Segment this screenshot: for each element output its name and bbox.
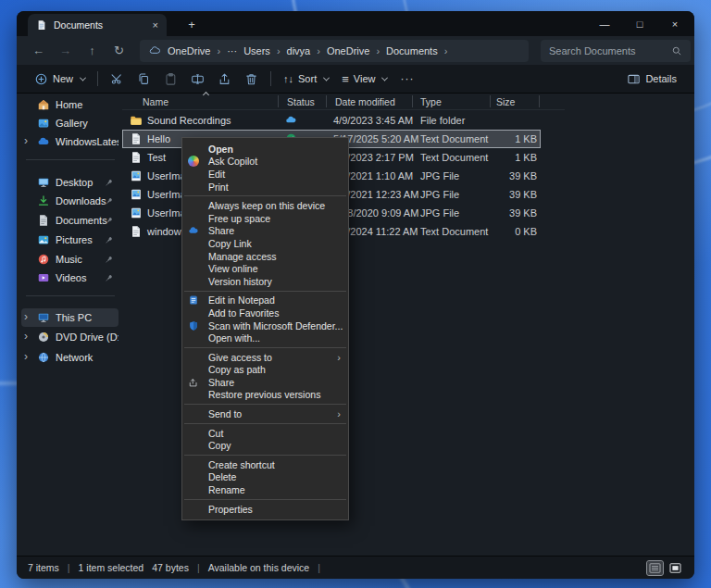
menu-item-print[interactable]: Print [182, 181, 348, 194]
menu-item-create-shortcut[interactable]: Create shortcut [182, 458, 348, 471]
menu-item-scan-with-defender[interactable]: Scan with Microsoft Defender... [182, 319, 348, 332]
menu-item-copy-link[interactable]: Copy Link [182, 237, 348, 250]
sidebar-item-dvd-drive[interactable]: › DVD Drive (D:) CCC [21, 328, 118, 346]
details-panel-icon [627, 72, 641, 86]
sidebar-item-documents[interactable]: Documents [21, 211, 118, 230]
sidebar-item-desktop[interactable]: Desktop [21, 173, 118, 192]
breadcrumb-item-onedrive[interactable]: OneDrive [168, 45, 210, 56]
pictures-icon [37, 233, 50, 246]
tab-documents[interactable]: Documents × [28, 14, 167, 36]
sort-button[interactable]: ↑↓ Sort [277, 68, 335, 90]
breadcrumb-item-users[interactable]: Users [243, 45, 270, 56]
breadcrumb-item-divya[interactable]: divya [287, 45, 311, 56]
share-button[interactable] [211, 68, 238, 90]
menu-item-add-to-favorites[interactable]: Add to Favorites [182, 307, 348, 319]
defender-shield-icon [188, 320, 199, 332]
table-row-sound-recordings[interactable]: Sound Recordings 4/9/2023 3:45 AM File f… [122, 111, 541, 130]
column-divider[interactable] [539, 95, 540, 107]
menu-item-share[interactable]: Share [182, 376, 348, 389]
sidebar-label: Desktop [56, 177, 93, 188]
column-header-size[interactable]: Size [496, 96, 515, 107]
onedrive-icon [37, 135, 50, 148]
column-divider[interactable] [490, 95, 491, 107]
sidebar-item-onedrive[interactable]: › WindowsLatest - Pe [21, 132, 118, 151]
menu-item-restore-previous-versions[interactable]: Restore previous versions [182, 389, 348, 402]
sidebar-item-music[interactable]: Music [21, 250, 118, 269]
delete-button[interactable] [238, 68, 265, 90]
sidebar-item-network[interactable]: › Network [21, 348, 118, 367]
sidebar-item-videos[interactable]: Videos [21, 269, 118, 287]
menu-item-open[interactable]: Open [182, 143, 348, 156]
back-button[interactable]: ← [26, 40, 51, 62]
more-options-button[interactable]: ··· [393, 68, 420, 90]
sidebar-item-this-pc[interactable]: › This PC [21, 308, 118, 327]
command-toolbar: New ↑↓ Sort ≡ View [17, 65, 694, 94]
maximize-button[interactable]: □ [622, 11, 657, 36]
up-button[interactable]: ↑ [80, 40, 105, 62]
forward-button[interactable]: → [53, 40, 78, 62]
copilot-icon [188, 156, 199, 167]
cut-button[interactable] [104, 68, 131, 90]
column-header-name[interactable]: Name [143, 96, 168, 107]
column-header-status[interactable]: Status [287, 96, 315, 107]
menu-item-delete[interactable]: Delete [182, 471, 348, 484]
search-input[interactable]: Search Documents [541, 40, 691, 62]
breadcrumb-overflow[interactable]: ··· [227, 45, 237, 56]
menu-item-cut[interactable]: Cut [182, 427, 348, 440]
copy-button[interactable] [131, 68, 157, 90]
menu-item-edit-in-notepad[interactable]: Edit in Notepad [182, 294, 348, 307]
menu-item-open-with[interactable]: Open with... [182, 332, 348, 344]
details-view-button[interactable] [647, 561, 663, 575]
menu-item-free-up-space[interactable]: Free up space [182, 212, 348, 225]
new-button[interactable]: New [28, 68, 92, 90]
view-button[interactable]: ≡ View [335, 68, 393, 90]
close-button[interactable]: × [657, 11, 692, 36]
column-divider[interactable] [412, 95, 413, 107]
menu-item-copy-as-path[interactable]: Copy as path [182, 364, 348, 377]
column-divider[interactable] [326, 95, 327, 107]
details-pane-button[interactable]: Details [620, 68, 683, 90]
search-icon [671, 45, 682, 56]
expander-icon[interactable]: › [24, 351, 28, 362]
new-tab-button[interactable]: + [181, 15, 202, 33]
menu-item-edit[interactable]: Edit [182, 168, 348, 181]
column-header-date[interactable]: Date modified [335, 96, 395, 107]
thumbnail-view-button[interactable] [667, 561, 683, 575]
videos-icon [37, 271, 50, 284]
downloads-icon [37, 194, 50, 207]
availability-status: Available on this device [208, 562, 310, 573]
items-count: 7 items [28, 562, 59, 573]
sidebar-item-home[interactable]: Home [21, 95, 118, 114]
expander-icon[interactable]: › [24, 331, 28, 342]
column-header-type[interactable]: Type [420, 96, 442, 107]
close-tab-icon[interactable]: × [153, 20, 158, 31]
sidebar-item-gallery[interactable]: Gallery [21, 114, 118, 132]
sidebar-label: DVD Drive (D:) CCC [56, 332, 118, 343]
refresh-button[interactable]: ↻ [106, 40, 131, 62]
menu-item-copy[interactable]: Copy [182, 439, 348, 452]
column-divider[interactable] [278, 95, 279, 107]
menu-item-view-online[interactable]: View online [182, 262, 348, 275]
gallery-icon [37, 117, 50, 130]
sidebar-item-downloads[interactable]: Downloads [21, 192, 118, 210]
menu-item-rename[interactable]: Rename [182, 483, 348, 496]
expander-icon[interactable]: › [24, 135, 28, 146]
menu-item-properties[interactable]: Properties [182, 503, 348, 516]
expander-icon[interactable]: › [24, 311, 28, 322]
breadcrumb[interactable]: OneDrive › ··· Users › divya › OneDrive … [140, 40, 529, 62]
menu-item-give-access-to[interactable]: Give access to› [182, 351, 348, 364]
breadcrumb-item-onedrive2[interactable]: OneDrive [327, 45, 369, 56]
menu-item-ask-copilot[interactable]: Ask Copilot [182, 156, 348, 169]
menu-item-manage-access[interactable]: Manage access [182, 250, 348, 263]
paste-button[interactable] [157, 68, 184, 90]
menu-item-version-history[interactable]: Version history [182, 275, 348, 288]
music-icon [37, 253, 50, 266]
minimize-button[interactable]: — [587, 11, 622, 36]
sidebar-item-pictures[interactable]: Pictures [21, 231, 118, 249]
context-menu: Open Ask Copilot Edit Print Always keep … [181, 137, 349, 520]
breadcrumb-item-documents[interactable]: Documents [386, 45, 438, 56]
menu-item-share-onedrive[interactable]: Share [182, 225, 348, 238]
menu-item-always-keep[interactable]: Always keep on this device [182, 199, 348, 212]
rename-button[interactable] [184, 68, 211, 90]
menu-item-send-to[interactable]: Send to› [182, 407, 348, 420]
